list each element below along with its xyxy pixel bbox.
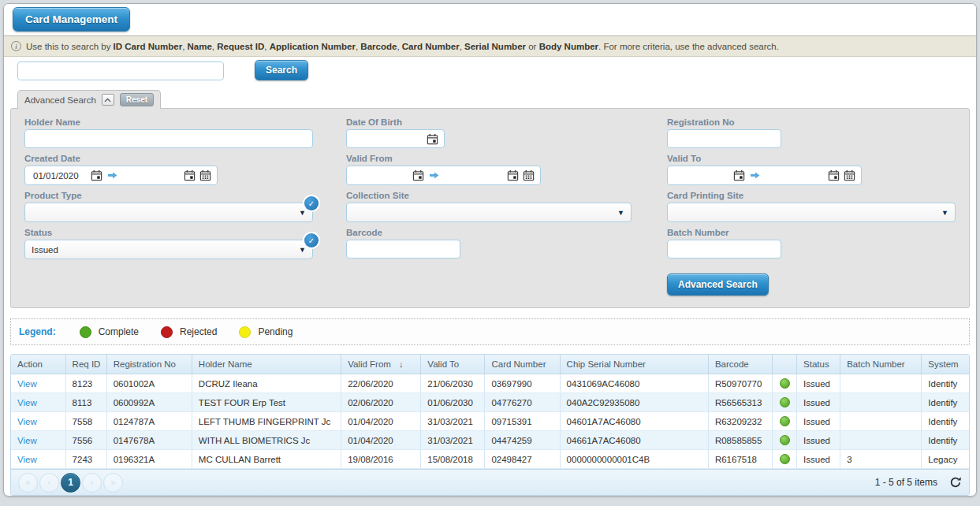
card-printing-site-dropdown[interactable]: ▼: [667, 203, 956, 222]
column-header-registration_no[interactable]: Registration No: [106, 355, 192, 374]
registration-no-input[interactable]: [667, 129, 781, 148]
column-header-action[interactable]: Action: [11, 355, 65, 374]
advanced-search-button[interactable]: Advanced Search: [667, 273, 769, 296]
date-of-birth-input[interactable]: [346, 129, 445, 148]
column-header-status[interactable]: Status: [797, 355, 840, 374]
column-header-req_id[interactable]: Req ID: [65, 355, 106, 374]
holder-name-input[interactable]: [24, 129, 313, 148]
cell-batch_number: 3: [840, 450, 922, 469]
column-header-valid_to[interactable]: Valid To: [421, 355, 485, 374]
cell-req_id: 8123: [65, 374, 106, 393]
cell-action: View: [11, 431, 65, 450]
legend-dot-icon: [161, 326, 173, 338]
legend-item-label: Pending: [258, 326, 293, 337]
column-header-holder_name[interactable]: Holder Name: [192, 355, 341, 374]
holder-name-field: Holder Name: [24, 117, 313, 148]
column-header-valid_from[interactable]: Valid From↓: [341, 355, 421, 374]
cell-registration_no: 0124787A: [106, 412, 192, 431]
calendar-icon[interactable]: [91, 169, 102, 181]
table-header-row: ActionReq IDRegistration NoHolder NameVa…: [11, 355, 970, 374]
reset-button[interactable]: Reset: [120, 93, 154, 106]
dropdown-arrow-icon: ▼: [299, 246, 306, 254]
product-type-dropdown[interactable]: ▼ ✓: [24, 203, 313, 222]
info-text: Use this to search by ID Card Number, Na…: [26, 42, 779, 51]
legend-bar: Legend: CompleteRejectedPending: [10, 318, 970, 345]
cell-valid_from: 01/04/2020: [341, 431, 421, 450]
collection-site-dropdown[interactable]: ▼: [346, 203, 632, 222]
view-link[interactable]: View: [17, 398, 37, 407]
column-header-card_number[interactable]: Card Number: [485, 355, 560, 374]
table-body: View81230601002ADCRUZ Ileana22/06/202021…: [11, 374, 970, 469]
legend-item: Complete: [80, 326, 139, 338]
view-link[interactable]: View: [17, 379, 37, 389]
barcode-input[interactable]: [346, 240, 460, 259]
calendar-icon[interactable]: [427, 133, 438, 145]
view-link[interactable]: View: [17, 455, 37, 464]
calendar-icon[interactable]: [507, 169, 519, 181]
view-link[interactable]: View: [17, 417, 37, 426]
column-header-light[interactable]: [773, 355, 797, 374]
calendar-grid-icon[interactable]: [844, 169, 855, 181]
cell-light: [773, 431, 797, 450]
cell-card_number: 02498427: [485, 450, 560, 469]
page-1-button[interactable]: 1: [61, 473, 80, 493]
cell-action: View: [11, 450, 65, 469]
calendar-icon[interactable]: [412, 169, 424, 181]
collapse-button[interactable]: [102, 94, 114, 106]
status-field: Status Issued ▼ ✓: [24, 228, 313, 259]
cell-registration_no: 0601002A: [106, 374, 192, 393]
advanced-search-section: Advanced Search Reset Holder Name Date O…: [10, 89, 970, 308]
cell-system: Identify: [922, 393, 970, 412]
column-header-chip_serial_number[interactable]: Chip Serial Number: [560, 355, 708, 374]
status-light-icon: [780, 397, 790, 407]
status-light-icon: [780, 378, 790, 389]
valid-to-label: Valid To: [667, 154, 862, 163]
valid-from-range[interactable]: [346, 166, 541, 185]
table-row: View81230601002ADCRUZ Ileana22/06/202021…: [11, 374, 970, 393]
next-page-button[interactable]: ›: [82, 473, 102, 493]
card-management-tab[interactable]: Card Management: [13, 7, 130, 32]
cell-status: Issued: [797, 431, 840, 450]
cell-card_number: 04474259: [485, 431, 560, 450]
cell-light: [773, 393, 797, 412]
cell-req_id: 8113: [65, 393, 106, 412]
prev-page-button[interactable]: ‹: [39, 473, 59, 493]
calendar-icon[interactable]: [733, 169, 745, 181]
info-text-segment: . For more criteria, use the advanced se…: [598, 42, 779, 51]
info-text-segment: Request ID: [217, 42, 264, 51]
cell-chip_serial_number: 040A2C92935080: [560, 393, 708, 412]
cell-valid_from: 02/06/2020: [341, 393, 421, 412]
created-date-field: Created Date 01/01/2020: [24, 154, 218, 185]
collection-site-label: Collection Site: [346, 191, 632, 200]
legend-item: Pending: [239, 326, 293, 338]
calendar-grid-icon[interactable]: [199, 169, 211, 181]
view-link[interactable]: View: [17, 436, 37, 445]
cell-holder_name: LEFT THUMB FINGERPRINT Jc: [192, 412, 341, 431]
advanced-search-panel: Holder Name Date Of Birth Registration N…: [10, 108, 970, 308]
calendar-grid-icon[interactable]: [523, 169, 535, 181]
column-header-barcode[interactable]: Barcode: [708, 355, 772, 374]
column-header-system[interactable]: System: [922, 355, 970, 374]
status-light-icon: [780, 454, 790, 464]
product-type-label: Product Type: [24, 191, 313, 200]
cell-action: View: [11, 374, 65, 393]
legend-label: Legend:: [19, 326, 56, 337]
created-date-range[interactable]: 01/01/2020: [24, 166, 218, 185]
cell-action: View: [11, 412, 65, 431]
pager-summary: 1 - 5 of 5 items: [875, 477, 937, 488]
last-page-button[interactable]: »: [103, 473, 123, 493]
quick-search-input[interactable]: [17, 61, 224, 80]
valid-to-range[interactable]: [667, 166, 862, 185]
column-header-batch_number[interactable]: Batch Number: [840, 355, 922, 374]
card-printing-site-label: Card Printing Site: [667, 191, 956, 200]
results-table: ActionReq IDRegistration NoHolder NameVa…: [10, 354, 970, 496]
refresh-button[interactable]: [948, 476, 962, 489]
cell-valid_from: 22/06/2020: [341, 374, 421, 393]
search-button[interactable]: Search: [255, 60, 308, 80]
first-page-button[interactable]: «: [18, 473, 38, 493]
calendar-icon[interactable]: [828, 169, 840, 181]
advanced-search-tab[interactable]: Advanced Search Reset: [17, 90, 161, 109]
status-dropdown[interactable]: Issued ▼ ✓: [24, 240, 313, 259]
batch-number-input[interactable]: [667, 240, 781, 259]
calendar-icon[interactable]: [184, 169, 196, 181]
